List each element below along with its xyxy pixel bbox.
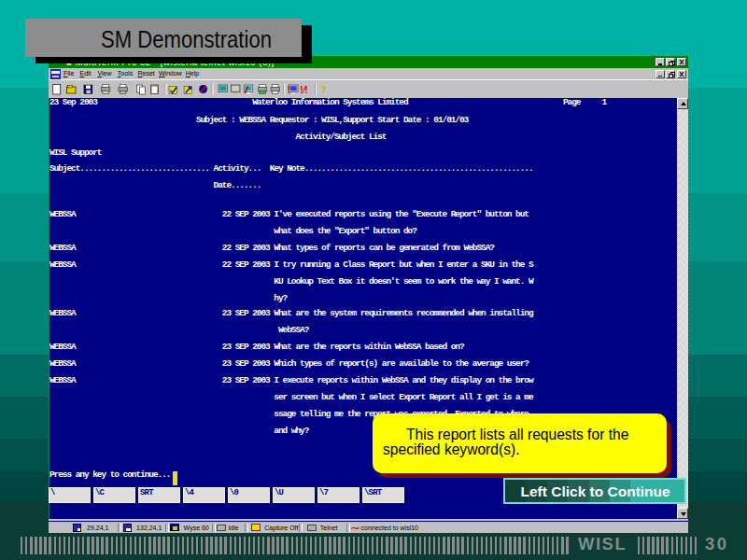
- svg-text:!⁄!: !⁄!: [300, 85, 307, 95]
- svg-text:!: !: [288, 84, 291, 95]
- svg-text:?: ?: [321, 83, 327, 96]
